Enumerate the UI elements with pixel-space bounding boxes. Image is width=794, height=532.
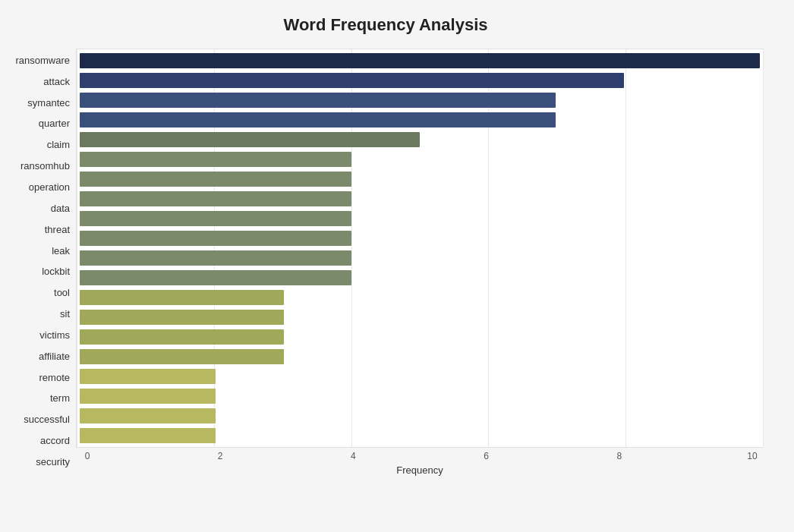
y-label: tool (54, 283, 70, 303)
bar-row (77, 209, 763, 228)
bar (80, 369, 216, 384)
bar-row (77, 150, 763, 169)
bar-row (77, 406, 763, 426)
bar (80, 250, 351, 266)
x-tick: 10 (741, 451, 764, 461)
y-label: sit (60, 304, 70, 324)
y-axis: ransomwareattacksymantecquarterclaimrans… (8, 49, 76, 474)
bar (80, 270, 351, 285)
x-tick: 8 (608, 451, 631, 461)
y-label: operation (29, 178, 70, 197)
bar-row (77, 367, 763, 386)
y-label: symantec (27, 93, 70, 113)
y-label: quarter (39, 114, 70, 134)
bar (80, 112, 556, 127)
bar-row (77, 51, 763, 71)
bar-row (77, 228, 763, 248)
x-axis: 0246810 (76, 448, 764, 461)
x-tick: 4 (342, 451, 364, 461)
y-label: remote (39, 368, 70, 388)
grid-line (763, 49, 764, 447)
bar-row (77, 110, 763, 130)
y-label: successful (24, 410, 70, 430)
chart-container: Word Frequency Analysis ransomwareattack… (0, 0, 794, 532)
bar-row (77, 189, 763, 209)
bar-row (77, 347, 763, 367)
bar-row (77, 71, 763, 90)
x-tick: 0 (76, 451, 99, 461)
bar (80, 132, 420, 147)
y-label: attack (43, 72, 70, 92)
y-label: claim (47, 135, 70, 155)
bar-row (77, 426, 763, 445)
bar (80, 290, 284, 305)
bar (80, 73, 624, 88)
chart-title: Word Frequency Analysis (8, 15, 764, 35)
bar (80, 191, 351, 206)
bar-row (77, 130, 763, 150)
y-label: leak (52, 241, 70, 261)
y-label: security (36, 452, 70, 472)
bar (80, 428, 216, 443)
bar-row (77, 90, 763, 110)
y-label: affiliate (39, 347, 70, 367)
bar-row (77, 268, 763, 288)
chart-area: ransomwareattacksymantecquarterclaimrans… (8, 49, 764, 474)
y-label: ransomhub (20, 156, 70, 176)
bar (80, 152, 351, 167)
bar (80, 408, 216, 423)
x-tick: 2 (209, 451, 232, 461)
bars-and-x: 0246810 Frequency (76, 49, 764, 474)
bar-row (77, 307, 763, 327)
bar-row (77, 169, 763, 189)
y-label: lockbit (42, 262, 70, 282)
y-label: term (50, 389, 70, 408)
bar (80, 349, 284, 364)
y-label: data (51, 199, 70, 219)
bar (80, 53, 760, 68)
bar-row (77, 386, 763, 406)
bar-row (77, 327, 763, 347)
y-label: threat (45, 220, 70, 240)
bar (80, 231, 351, 246)
y-label: accord (40, 431, 70, 451)
bar (80, 310, 284, 325)
bar (80, 93, 556, 108)
x-tick: 6 (475, 451, 498, 461)
bar-row (77, 248, 763, 268)
y-label: victims (39, 326, 70, 345)
bar (80, 389, 216, 404)
bars-panel (76, 49, 764, 448)
x-axis-label: Frequency (76, 464, 764, 476)
y-label: ransomware (15, 51, 70, 71)
bar (80, 329, 284, 345)
bar (80, 172, 351, 187)
bar-row (77, 288, 763, 307)
bar (80, 211, 351, 226)
